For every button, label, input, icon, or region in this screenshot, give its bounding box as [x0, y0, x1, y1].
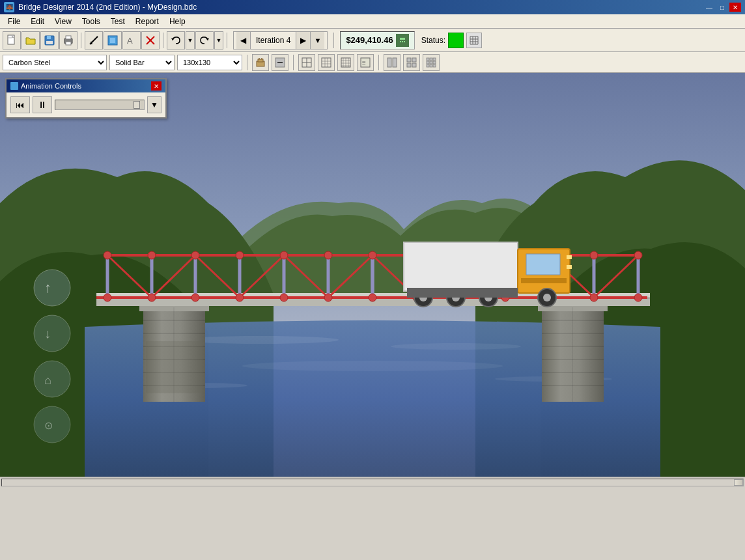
- size-select[interactable]: 130x130 100x100 150x150: [177, 55, 242, 70]
- animation-close-button[interactable]: ✕: [151, 81, 162, 91]
- pause-button[interactable]: ⏸: [33, 96, 52, 113]
- svg-rect-66: [433, 61, 436, 64]
- properties-toolbar: Carbon Steel High-Strength Steel Quenche…: [0, 52, 745, 73]
- svg-rect-58: [412, 58, 416, 62]
- svg-rect-63: [433, 58, 436, 61]
- animation-title-bar: Animation Controls ✕: [7, 79, 165, 92]
- delete-button[interactable]: [141, 31, 160, 49]
- scrollbar-thumb[interactable]: [734, 479, 743, 486]
- svg-point-75: [495, 376, 612, 382]
- animation-slider-area: [55, 100, 145, 110]
- menu-file[interactable]: File: [3, 16, 25, 27]
- svg-rect-86: [538, 302, 608, 311]
- menu-help[interactable]: Help: [164, 16, 191, 27]
- title-bar-left: 🌉 Bridge Designer 2014 (2nd Edition) - M…: [4, 2, 197, 12]
- svg-rect-8: [66, 42, 71, 45]
- view-mode-2[interactable]: [403, 54, 420, 71]
- close-button[interactable]: ✕: [729, 3, 741, 12]
- cloud-4: [469, 92, 534, 122]
- delete-member-button[interactable]: [252, 54, 269, 71]
- iteration-next-button[interactable]: ▶: [296, 32, 310, 49]
- view-mode-1[interactable]: [384, 54, 401, 71]
- scrollbar-track[interactable]: [1, 479, 744, 486]
- draw-button-group: A: [85, 31, 160, 49]
- sep7: [378, 55, 379, 70]
- svg-rect-12: [110, 38, 115, 43]
- svg-rect-18: [399, 36, 406, 44]
- open-button[interactable]: [21, 31, 40, 49]
- cost-value: $249,410.46: [346, 35, 393, 45]
- menu-report[interactable]: Report: [130, 16, 164, 27]
- status-area: Status:: [421, 31, 482, 49]
- svg-rect-20: [400, 41, 401, 42]
- print-button[interactable]: [59, 31, 77, 49]
- status-grid-icon: [466, 33, 482, 48]
- svg-point-74: [143, 383, 247, 388]
- select-button[interactable]: [104, 31, 122, 49]
- redo-button[interactable]: [195, 31, 214, 49]
- svg-rect-85: [542, 307, 604, 402]
- svg-rect-76: [143, 307, 205, 402]
- menu-tools[interactable]: Tools: [77, 16, 105, 27]
- svg-point-71: [182, 336, 339, 344]
- undo-dropdown[interactable]: ▼: [186, 31, 195, 49]
- svg-point-175: [34, 406, 70, 443]
- view-mode-3[interactable]: [423, 54, 440, 71]
- grid-view-2[interactable]: [318, 54, 335, 71]
- iteration-control: ◀ Iteration 4 ▶ ▼: [233, 31, 328, 49]
- canvas-3d[interactable]: ↑ ↓ ⌂ ⊙ Animation Controls ✕ ⏮ ⏸ ▼: [0, 73, 745, 477]
- redo-dropdown[interactable]: ▼: [214, 31, 223, 49]
- minimize-button[interactable]: —: [703, 3, 715, 12]
- svg-rect-55: [387, 58, 391, 67]
- app-icon: 🌉: [4, 2, 14, 12]
- grid-view-3[interactable]: [337, 54, 354, 71]
- iteration-dropdown[interactable]: ▼: [310, 32, 324, 49]
- iteration-label: Iteration 4: [251, 36, 296, 45]
- member-type-button[interactable]: [272, 54, 288, 71]
- sep5: [247, 55, 247, 70]
- shape-select[interactable]: Solid Bar Hollow Bar I-Beam: [109, 55, 175, 70]
- svg-rect-77: [139, 302, 209, 311]
- menu-view[interactable]: View: [49, 16, 77, 27]
- title-bar: 🌉 Bridge Designer 2014 (2nd Edition) - M…: [0, 0, 745, 14]
- grid-view-1[interactable]: [298, 54, 315, 71]
- new-button[interactable]: [3, 31, 21, 49]
- menu-edit[interactable]: Edit: [25, 16, 49, 27]
- animation-body: ⏮ ⏸ ▼: [7, 92, 165, 117]
- iteration-prev-button[interactable]: ◀: [236, 32, 251, 49]
- main-toolbar: A ▼ ▼ ◀ Iteration 4 ▶ ▼ $249,410.46 Stat…: [0, 29, 745, 52]
- svg-rect-67: [427, 64, 429, 67]
- rewind-button[interactable]: ⏮: [10, 96, 30, 113]
- svg-rect-60: [412, 63, 416, 67]
- file-button-group: [3, 31, 77, 49]
- horizontal-scrollbar[interactable]: [0, 477, 745, 487]
- animation-progress-slider[interactable]: [55, 100, 145, 110]
- maximize-button[interactable]: □: [716, 3, 728, 12]
- svg-rect-4: [47, 36, 51, 39]
- svg-rect-62: [430, 58, 432, 61]
- menu-test[interactable]: Test: [105, 16, 130, 27]
- svg-rect-19: [400, 38, 405, 40]
- svg-rect-0: [8, 35, 14, 44]
- svg-rect-22: [404, 41, 405, 42]
- speed-dropdown-button[interactable]: ▼: [147, 96, 162, 113]
- svg-text:⌂: ⌂: [44, 374, 51, 387]
- cost-display: $249,410.46: [340, 31, 414, 49]
- svg-rect-94: [96, 294, 650, 306]
- animation-icon: [10, 82, 18, 90]
- undo-button[interactable]: [167, 31, 185, 49]
- sep6: [293, 55, 294, 70]
- svg-rect-7: [66, 36, 71, 39]
- animation-title: Animation Controls: [10, 82, 81, 90]
- grid-button[interactable]: A: [122, 31, 141, 49]
- svg-rect-69: [433, 64, 436, 67]
- draw-button[interactable]: [85, 31, 103, 49]
- grid-view-4[interactable]: ≡: [357, 54, 374, 71]
- material-select[interactable]: Carbon Steel High-Strength Steel Quenche…: [3, 55, 107, 70]
- window-controls: — □ ✕: [703, 3, 741, 12]
- sep1: [81, 33, 81, 48]
- svg-text:↓: ↓: [44, 326, 51, 341]
- svg-rect-57: [407, 58, 411, 62]
- save-button[interactable]: [40, 31, 59, 49]
- svg-rect-61: [427, 58, 429, 61]
